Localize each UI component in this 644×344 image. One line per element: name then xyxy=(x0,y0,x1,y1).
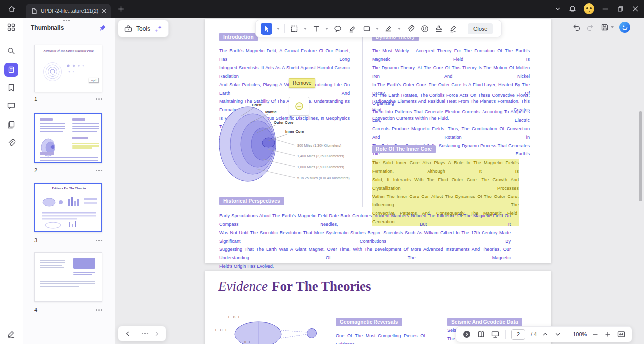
attachment-icon[interactable] xyxy=(6,138,16,148)
notifications-bell-icon[interactable] xyxy=(568,5,577,13)
dynamo-paragraph-2: As The Earth Rotates, The Coriolis Force… xyxy=(372,91,530,167)
thumbnail-page-1[interactable]: Formation Of The Earth's Magnetic Field … xyxy=(34,45,102,92)
thumbnail-page-3[interactable]: Evidence For The Theories xyxy=(34,183,102,232)
document-tab[interactable]: UPDF-2-file...ature111(2) xyxy=(26,4,111,18)
sidebar-item-thumbnails[interactable] xyxy=(4,63,18,77)
pin-panel-icon[interactable] xyxy=(98,24,107,33)
reading-mode-button[interactable] xyxy=(477,330,485,339)
comment-annotation[interactable] xyxy=(289,97,309,116)
bookmark-icon[interactable] xyxy=(6,83,16,93)
comment-tool-button[interactable] xyxy=(333,24,343,34)
sticker-tool-button[interactable] xyxy=(420,24,429,34)
signature-tool-button[interactable] xyxy=(448,24,458,34)
page-number-input[interactable] xyxy=(511,329,525,340)
page-menu-button-4[interactable] xyxy=(96,309,97,311)
save-button[interactable] xyxy=(600,23,614,32)
ai-sparkle-icon[interactable] xyxy=(154,24,163,33)
page-menu-button-3[interactable] xyxy=(96,240,97,241)
thumbnail-page-4[interactable] xyxy=(34,252,102,302)
expand-tools-button[interactable] xyxy=(462,330,471,339)
previous-page-button[interactable] xyxy=(542,331,549,338)
text-line: Early Speculations About The Earth's Mag… xyxy=(219,212,511,229)
save-options-chevron[interactable] xyxy=(611,26,614,28)
strikeout-tool-chevron[interactable] xyxy=(398,28,401,30)
toolbox-icon xyxy=(124,24,133,33)
stamp-tool-button[interactable] xyxy=(434,24,444,34)
page-number-label-2: 2 xyxy=(34,167,37,173)
snapshot-tool-chevron[interactable] xyxy=(304,28,307,30)
tools-menu-button[interactable]: Tools xyxy=(118,20,169,37)
tabs-dropdown-chevron[interactable] xyxy=(554,5,561,12)
text-line: Currents Produce Magnetic Fields. Thus, … xyxy=(372,125,530,142)
select-tool-chevron[interactable] xyxy=(277,28,280,30)
zoom-in-button[interactable] xyxy=(604,331,611,338)
zoom-level-label: 100% xyxy=(573,331,587,337)
shape-tool-chevron[interactable] xyxy=(376,28,379,30)
figure-top-labels: F B F xyxy=(228,315,241,319)
comments-icon[interactable] xyxy=(6,101,16,111)
strikeout-tool-button[interactable] xyxy=(383,24,393,34)
section-heading-introduction: Introduction xyxy=(219,33,258,41)
zoom-out-button[interactable] xyxy=(592,331,599,338)
measure-mantle: 1,800 Miles (2,900 Kilometers) xyxy=(297,165,344,169)
next-page-button[interactable] xyxy=(554,331,561,338)
tab-close-icon[interactable] xyxy=(102,9,106,13)
close-window-button[interactable] xyxy=(631,5,639,13)
shape-tool-button[interactable] xyxy=(362,24,372,34)
highlighter-tool-button[interactable] xyxy=(347,24,357,34)
close-toolbar-button[interactable]: Close xyxy=(468,23,493,34)
thumb3-figures-graphic xyxy=(39,195,99,229)
forward-button[interactable] xyxy=(153,330,160,337)
panel-drag-handle[interactable] xyxy=(63,20,65,21)
page2-title: EvidenceFor The Theories xyxy=(218,279,371,294)
thumb2-earth-graphic xyxy=(38,135,61,160)
document-icon xyxy=(31,8,37,14)
page-navigation-bar: / 4 100% xyxy=(456,326,632,342)
cursor-icon xyxy=(263,25,270,33)
pages-icon[interactable] xyxy=(6,120,16,130)
signature-pen-icon[interactable] xyxy=(6,329,16,339)
text-tool-chevron[interactable] xyxy=(325,28,328,30)
slideshow-button[interactable] xyxy=(491,330,500,339)
thumbnail-page-2[interactable] xyxy=(34,113,102,163)
page-menu-button-2[interactable] xyxy=(96,170,97,171)
text-line: The Most Widely - Accepted Theory For Th… xyxy=(372,47,530,64)
home-icon[interactable] xyxy=(7,4,16,13)
save-icon xyxy=(600,23,609,32)
vertical-scrollbar[interactable] xyxy=(639,111,642,201)
pdf-page-1: Introduction The Earth's Magnetic Field,… xyxy=(205,19,551,263)
new-tab-button[interactable] xyxy=(117,5,125,13)
more-actions-button[interactable] xyxy=(142,333,143,334)
page-menu-button-1[interactable] xyxy=(96,98,97,100)
text-line: Was Not Until The Scientific Revolution … xyxy=(219,229,511,246)
column-divider xyxy=(362,30,363,207)
text-line: The Dynamo Theory. At The Core Of This T… xyxy=(372,64,530,81)
tools-label: Tools xyxy=(136,25,150,32)
remove-annotation-button[interactable]: Remove xyxy=(289,78,315,88)
thumb1-watermark: upd xyxy=(89,78,99,83)
minimize-button[interactable] xyxy=(601,5,609,13)
diagram-label-mantle: Mantle xyxy=(265,110,277,114)
text-line: Them Into Patterns That Generate Electri… xyxy=(372,108,530,125)
undo-button[interactable] xyxy=(572,23,581,32)
thumb1-spiral-graphic xyxy=(41,59,64,83)
text-line: As The Earth Rotates, The Coriolis Force… xyxy=(372,91,530,108)
restore-window-button[interactable] xyxy=(616,5,624,13)
text-tool-button[interactable] xyxy=(311,24,321,34)
measure-outer-core: 800 Miles (1,300 Kilometers) xyxy=(297,144,341,147)
user-avatar[interactable] xyxy=(584,3,594,14)
snapshot-tool-button[interactable] xyxy=(289,24,299,34)
text-line: Field's Origin Has Evolved. xyxy=(219,262,511,271)
search-icon[interactable] xyxy=(6,46,16,56)
ai-assistant-button[interactable] xyxy=(619,22,630,33)
select-tool-button[interactable] xyxy=(261,23,272,35)
page-number-label-3: 3 xyxy=(34,237,37,243)
page-number-label-1: 1 xyxy=(34,96,37,102)
fit-width-button[interactable] xyxy=(617,330,626,339)
attach-file-tool-button[interactable] xyxy=(405,24,415,34)
back-button[interactable] xyxy=(124,330,131,337)
redo-button[interactable] xyxy=(586,23,595,32)
page-total-label: / 4 xyxy=(531,331,537,337)
apps-grid-icon[interactable] xyxy=(6,22,16,32)
panel-title: Thumbnails xyxy=(31,24,64,31)
